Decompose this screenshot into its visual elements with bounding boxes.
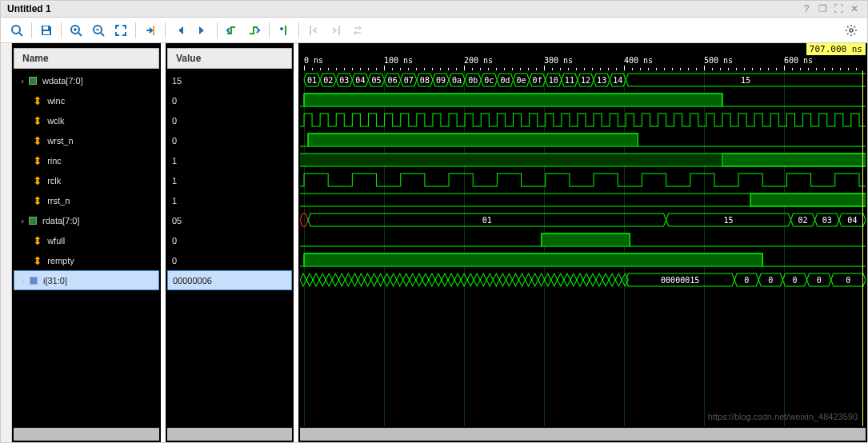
cursor-line[interactable] <box>862 70 863 426</box>
toolbar <box>0 18 868 43</box>
value-panel: Value 15000111050000000006 <box>166 43 294 442</box>
swap-icon[interactable] <box>347 21 370 40</box>
goto-cursor-icon[interactable] <box>139 21 162 40</box>
signal-row-rempty[interactable]: ⬍rempty <box>14 250 159 270</box>
add-marker-icon[interactable] <box>273 21 295 40</box>
expand-icon[interactable]: › <box>18 216 26 225</box>
settings-icon[interactable] <box>840 21 862 40</box>
signal-name: wclk <box>47 116 64 126</box>
time-label: 600 ns <box>784 56 813 65</box>
signal-value: 15 <box>167 70 292 90</box>
zoom-fit-icon[interactable] <box>110 21 132 40</box>
svg-text:03: 03 <box>822 216 832 225</box>
signal-name: wrst_n <box>47 136 73 146</box>
time-label: 200 ns <box>464 56 493 65</box>
svg-text:07: 07 <box>404 76 414 85</box>
watermark: https://blog.csdn.net/weixin_48423590 <box>708 412 858 421</box>
svg-text:15: 15 <box>741 76 750 85</box>
wave-hscroll[interactable] <box>300 428 866 441</box>
time-ruler[interactable]: 0 ns100 ns200 ns300 ns400 ns500 ns600 ns <box>300 56 866 70</box>
name-header: Name <box>14 48 159 69</box>
svg-text:0b: 0b <box>468 76 478 85</box>
signal-name: rclk <box>47 176 61 186</box>
svg-text:0c: 0c <box>484 76 494 85</box>
close-button[interactable]: ✕ <box>848 2 861 15</box>
signal-row-wclk[interactable]: ⬍wclk <box>14 110 159 130</box>
restore-button[interactable]: ❐ <box>816 2 829 15</box>
svg-text:02: 02 <box>798 216 808 225</box>
waveform-area[interactable]: https://blog.csdn.net/weixin_48423590 01… <box>300 70 866 426</box>
bit-icon: ⬍ <box>33 236 42 245</box>
first-icon[interactable] <box>169 21 191 40</box>
name-hscroll[interactable] <box>14 428 159 441</box>
signal-row-wfull[interactable]: ⬍wfull <box>14 230 159 250</box>
last-icon[interactable] <box>191 21 214 40</box>
svg-text:14: 14 <box>613 76 622 85</box>
svg-text:05: 05 <box>371 76 381 85</box>
bit-icon: ⬍ <box>33 116 42 126</box>
signal-value: 0 <box>167 130 292 150</box>
svg-text:01: 01 <box>482 216 492 225</box>
svg-text:0f: 0f <box>533 76 542 85</box>
signal-value: 0 <box>167 230 292 250</box>
svg-line-1 <box>19 33 22 36</box>
next-edge-icon[interactable] <box>243 21 266 40</box>
svg-text:00000015: 00000015 <box>661 276 699 285</box>
name-panel: Name ›wdata[7:0] ⬍winc ⬍wclk ⬍wrst_n ⬍ri… <box>12 43 161 442</box>
signal-row-rclk[interactable]: ⬍rclk <box>14 170 159 190</box>
save-icon[interactable] <box>35 21 58 40</box>
window-title: Untitled 1 <box>7 3 51 14</box>
signal-value: 00000006 <box>167 270 292 290</box>
signal-name: rdata[7:0] <box>42 216 79 225</box>
svg-text:0: 0 <box>817 276 822 285</box>
signal-value: 1 <box>167 150 292 170</box>
signal-value: 1 <box>167 190 292 210</box>
prev-edge-icon[interactable] <box>221 21 243 40</box>
signal-name: i[31:0] <box>43 276 67 285</box>
signal-row-wdata-7-0-[interactable]: ›wdata[7:0] <box>14 70 159 90</box>
signal-row-rdata-7-0-[interactable]: ›rdata[7:0] <box>14 210 159 230</box>
signal-row-winc[interactable]: ⬍winc <box>14 90 159 110</box>
svg-text:01: 01 <box>307 76 317 85</box>
svg-text:03: 03 <box>339 76 349 85</box>
signal-value: 05 <box>167 210 292 230</box>
signal-name: rrst_n <box>47 196 70 206</box>
time-label: 300 ns <box>544 56 573 65</box>
time-label: 400 ns <box>624 56 653 65</box>
signal-value: 0 <box>167 250 292 270</box>
next-marker-icon[interactable] <box>325 21 347 40</box>
bit-icon: ⬍ <box>33 196 42 206</box>
expand-icon[interactable]: › <box>18 76 26 86</box>
svg-text:04: 04 <box>355 76 365 85</box>
signal-name: winc <box>47 96 65 106</box>
signal-row-rrst-n[interactable]: ⬍rrst_n <box>14 190 159 210</box>
svg-text:08: 08 <box>420 76 430 85</box>
prev-marker-icon[interactable] <box>302 21 325 40</box>
value-hscroll[interactable] <box>167 428 292 441</box>
svg-text:12: 12 <box>581 76 590 85</box>
signal-name: wfull <box>47 236 65 245</box>
value-header: Value <box>167 48 292 69</box>
signal-value: 0 <box>167 110 292 130</box>
svg-line-5 <box>78 33 82 36</box>
time-label: 100 ns <box>384 56 413 65</box>
search-icon[interactable] <box>6 21 28 40</box>
svg-text:06: 06 <box>388 76 398 85</box>
signal-row-wrst-n[interactable]: ⬍wrst_n <box>14 130 159 150</box>
zoom-in-icon[interactable] <box>65 21 87 40</box>
svg-rect-2 <box>43 26 48 30</box>
svg-text:10: 10 <box>549 76 558 85</box>
maximize-button[interactable]: ⛶ <box>832 2 845 15</box>
help-button[interactable]: ? <box>800 2 813 15</box>
time-label: 500 ns <box>704 56 733 65</box>
side-tab[interactable] <box>1 43 12 442</box>
signal-row-i-31-0-[interactable]: ›i[31:0] <box>14 270 159 290</box>
svg-point-17 <box>850 29 853 32</box>
bit-icon: ⬍ <box>33 96 42 106</box>
zoom-out-icon[interactable] <box>87 21 110 40</box>
signal-name: rempty <box>47 256 74 265</box>
svg-text:0: 0 <box>846 276 850 285</box>
svg-text:04: 04 <box>847 216 857 225</box>
signal-row-rinc[interactable]: ⬍rinc <box>14 150 159 170</box>
expand-icon[interactable]: › <box>19 276 27 285</box>
